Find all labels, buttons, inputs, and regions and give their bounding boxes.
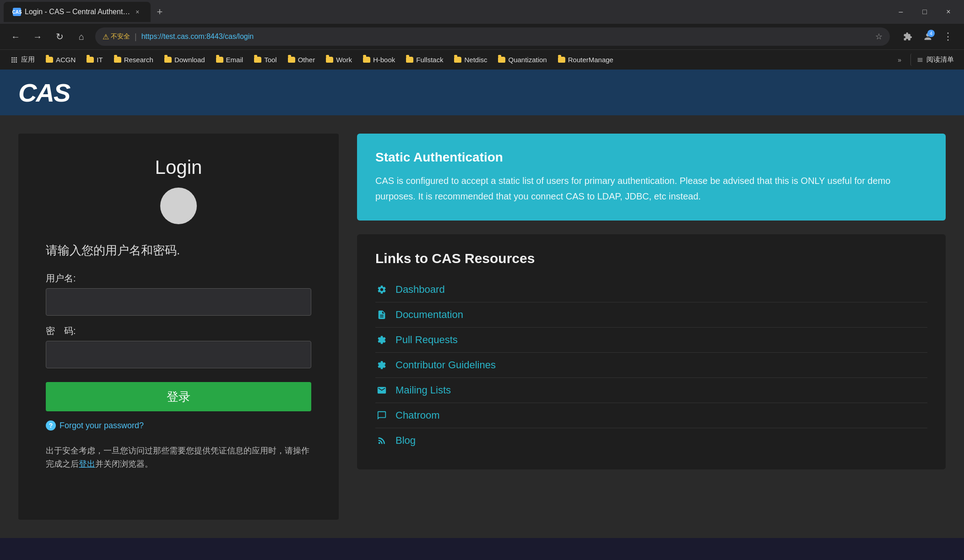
- more-button[interactable]: ⋮: [939, 28, 957, 45]
- maximize-button[interactable]: □: [913, 1, 937, 23]
- username-group: 用户名:: [46, 272, 311, 316]
- avatar: [160, 188, 197, 224]
- bookmark-it[interactable]: IT: [82, 54, 107, 65]
- bookmark-apps[interactable]: 应用: [5, 54, 39, 66]
- bookmark-email[interactable]: Email: [211, 54, 248, 65]
- minimize-button[interactable]: –: [889, 1, 913, 23]
- mailing-lists-link[interactable]: Mailing Lists: [395, 384, 451, 396]
- static-auth-title: Static Authentication: [375, 150, 927, 165]
- username-input[interactable]: [46, 288, 311, 316]
- window-controls: – □ ×: [889, 1, 960, 23]
- extensions-button[interactable]: [899, 28, 916, 45]
- url-display[interactable]: https://test.cas.com:8443/cas/login: [141, 32, 871, 41]
- new-tab-button[interactable]: +: [152, 4, 168, 20]
- reading-list-button[interactable]: 阅读清单: [910, 54, 959, 66]
- bookmark-routermanage[interactable]: RouterManage: [553, 54, 618, 65]
- login-title: Login: [155, 156, 202, 178]
- resource-dashboard[interactable]: Dashboard: [375, 277, 927, 302]
- page-content: CAS Login 请输入您的用户名和密码. 用户名: 密 码: 登录 ? Fo…: [0, 70, 964, 538]
- logout-link[interactable]: 登出: [79, 459, 95, 468]
- tab-bar: CAS Login - CAS – Central Authent… × + –…: [0, 0, 964, 24]
- email-icon: [375, 385, 388, 395]
- separator: |: [135, 32, 137, 42]
- password-group: 密 码:: [46, 325, 311, 368]
- resource-documentation[interactable]: Documentation: [375, 302, 927, 328]
- profile-badge: 4: [927, 30, 935, 37]
- pull-requests-link[interactable]: Pull Requests: [395, 334, 458, 346]
- close-button[interactable]: ×: [937, 1, 960, 23]
- rss-icon: [375, 436, 388, 446]
- resource-pull-requests[interactable]: Pull Requests: [375, 328, 927, 353]
- folder-icon: [326, 57, 333, 63]
- login-panel: Login 请输入您的用户名和密码. 用户名: 密 码: 登录 ? Forgot…: [18, 134, 339, 520]
- home-button[interactable]: ⌂: [73, 28, 90, 45]
- folder-icon: [87, 57, 94, 63]
- document-icon: [375, 310, 388, 320]
- bookmark-netdisc[interactable]: Netdisc: [450, 54, 492, 65]
- contributor-guidelines-link[interactable]: Contributor Guidelines: [395, 359, 496, 371]
- folder-icon: [454, 57, 461, 63]
- address-bar[interactable]: ⚠ 不安全 | https://test.cas.com:8443/cas/lo…: [95, 27, 890, 46]
- folder-icon: [46, 57, 53, 63]
- bookmark-research[interactable]: Research: [109, 54, 158, 65]
- bookmark-tool[interactable]: Tool: [249, 54, 282, 65]
- refresh-button[interactable]: ↻: [51, 28, 68, 45]
- password-label: 密 码:: [46, 325, 311, 337]
- tab-favicon: CAS: [13, 8, 21, 16]
- profile-button[interactable]: 4: [919, 28, 937, 45]
- static-auth-body: CAS is configured to accept a static lis…: [375, 173, 927, 204]
- bookmark-hbook[interactable]: H-book: [358, 54, 400, 65]
- security-note: 出于安全考虑，一旦您访问过那些需要您提供凭证信息的应用时，请操作完成之后登出并关…: [46, 444, 311, 471]
- main-content: Login 请输入您的用户名和密码. 用户名: 密 码: 登录 ? Forgot…: [0, 115, 964, 538]
- forward-button[interactable]: →: [29, 28, 46, 45]
- dashboard-link[interactable]: Dashboard: [395, 284, 445, 296]
- login-prompt: 请输入您的用户名和密码.: [46, 242, 180, 258]
- folder-icon: [363, 57, 370, 63]
- help-icon: ?: [46, 420, 56, 431]
- chat-icon: [375, 410, 388, 420]
- bookmark-other[interactable]: Other: [283, 54, 320, 65]
- folder-icon: [558, 57, 565, 63]
- pull-request-icon: [375, 335, 388, 345]
- static-auth-box: Static Authentication CAS is configured …: [357, 134, 946, 221]
- bookmark-fullstack[interactable]: Fullstack: [401, 54, 448, 65]
- bookmark-work[interactable]: Work: [321, 54, 357, 65]
- bookmark-acgn[interactable]: ACGN: [41, 54, 80, 65]
- folder-icon: [254, 57, 261, 63]
- cas-header: CAS: [0, 70, 964, 115]
- blog-link[interactable]: Blog: [395, 435, 416, 447]
- bookmarks-more-button[interactable]: »: [894, 54, 905, 65]
- forgot-password-link[interactable]: ? Forgot your password?: [46, 420, 144, 431]
- folder-icon: [164, 57, 172, 63]
- star-icon[interactable]: ☆: [875, 32, 883, 42]
- folder-icon: [406, 57, 413, 63]
- active-tab[interactable]: CAS Login - CAS – Central Authent… ×: [4, 2, 151, 22]
- folder-icon: [114, 57, 121, 63]
- nav-bar: ← → ↻ ⌂ ⚠ 不安全 | https://test.cas.com:844…: [0, 24, 964, 49]
- warning-icon: ⚠: [103, 32, 109, 41]
- gear-icon: [375, 285, 388, 295]
- security-warning: ⚠ 不安全: [103, 32, 130, 41]
- resource-chatroom[interactable]: Chatroom: [375, 403, 927, 428]
- resource-mailing-lists[interactable]: Mailing Lists: [375, 378, 927, 403]
- bookmarks-bar: 应用 ACGN IT Research Download Email Tool: [0, 49, 964, 70]
- resource-blog[interactable]: Blog: [375, 428, 927, 453]
- back-button[interactable]: ←: [7, 28, 24, 45]
- bookmark-download[interactable]: Download: [160, 54, 210, 65]
- folder-icon: [288, 57, 295, 63]
- resource-contributor-guidelines[interactable]: Contributor Guidelines: [375, 353, 927, 378]
- right-panel: Static Authentication CAS is configured …: [357, 134, 946, 520]
- documentation-link[interactable]: Documentation: [395, 309, 463, 321]
- tab-close-button[interactable]: ×: [134, 7, 141, 16]
- contributor-icon: [375, 360, 388, 370]
- resources-box: Links to CAS Resources Dashboard Documen…: [357, 234, 946, 469]
- login-button[interactable]: 登录: [46, 382, 311, 411]
- browser-chrome: CAS Login - CAS – Central Authent… × + –…: [0, 0, 964, 70]
- password-input[interactable]: [46, 341, 311, 368]
- bookmark-quantization[interactable]: Quantization: [493, 54, 551, 65]
- toolbar-icons: 4 ⋮: [899, 28, 957, 45]
- cas-logo: CAS: [18, 78, 70, 108]
- folder-icon: [498, 57, 505, 63]
- tab-title: Login - CAS – Central Authent…: [25, 8, 130, 16]
- chatroom-link[interactable]: Chatroom: [395, 409, 440, 421]
